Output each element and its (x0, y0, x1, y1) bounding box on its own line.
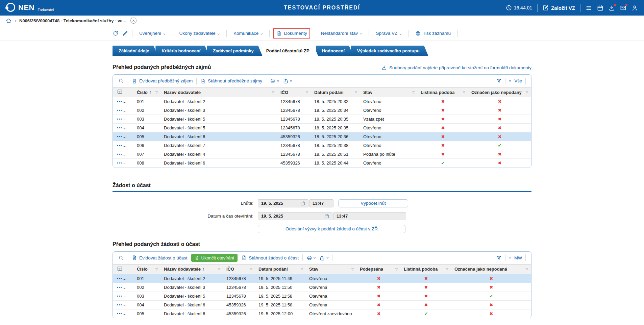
opening-date-field[interactable]: 19. 5. 2025 (258, 212, 332, 220)
edit-icon[interactable] (122, 30, 128, 36)
table-settings-icon[interactable] (113, 264, 134, 274)
files-download-link[interactable]: Soubory podání najdete připravené ke sta… (381, 65, 531, 70)
messages-icon[interactable] (620, 5, 626, 11)
tab-kriteria-hodnoceni[interactable]: Kritéria hodnocení (155, 46, 209, 56)
export-menu-button[interactable]: ▽ (283, 78, 292, 84)
column-filter-icon[interactable]: ▽ (272, 91, 274, 94)
vypocet-lhut-button[interactable]: Výpočet lhůt (338, 199, 408, 207)
menu-item-uverejneni[interactable]: Uveřejnění▽ (136, 28, 168, 38)
column-filter-icon[interactable]: ▽ (351, 268, 354, 271)
user-icon[interactable] (631, 5, 638, 11)
close-record-icon[interactable]: ✕ (130, 18, 137, 24)
table-row[interactable]: •••i002Dodavatel - školení 31234567819. … (113, 283, 531, 292)
column-header-podepsana[interactable]: Podepsána▽ (357, 264, 401, 274)
column-header-oznacena-jako-nepodana[interactable]: Označena jako nepodaná▽ (451, 264, 531, 274)
calendar-icon[interactable] (300, 201, 305, 206)
tab-vysledek-zadavaciho-postupu[interactable]: Výsledek zadávacího postupu (351, 46, 428, 56)
table-row[interactable]: •••i006Dodavatel - školení 71234567818. … (113, 141, 531, 150)
tab-hodnoceni[interactable]: Hodnocení (316, 46, 353, 56)
row-actions-icon[interactable]: ••• (117, 160, 127, 165)
print-menu-button[interactable]: ▽ (306, 255, 316, 261)
table-row[interactable]: •••i004Dodavatel - školení 64535932619. … (113, 300, 531, 309)
row-actions-icon[interactable]: ••• (117, 151, 127, 156)
table-row[interactable]: •••i008Dodavatel - školení 64535932618. … (113, 159, 531, 168)
table-row[interactable]: •••i004Dodavatel - školení 51234567818. … (113, 124, 531, 132)
row-actions-icon[interactable]: ••• (117, 311, 127, 316)
stahnout-zadosti-button[interactable]: Stáhnout žádosti o účast (241, 255, 299, 260)
column-filter-icon[interactable]: ▽ (412, 91, 415, 94)
export-menu-button[interactable]: ▽ (319, 255, 328, 261)
column-filter-icon[interactable]: ▽ (526, 268, 528, 271)
row-actions-icon[interactable]: ••• (117, 107, 127, 112)
print-menu-button[interactable]: ▽ (270, 78, 279, 84)
menu-item-komunikace[interactable]: Komunikace▽ (230, 28, 266, 38)
column-filter-icon[interactable]: ▽ (355, 91, 357, 94)
lhuta-time-field[interactable]: 13:47 (309, 199, 333, 207)
calendar-icon[interactable] (597, 5, 603, 11)
tab-zakladni-udaje[interactable]: Základní údaje (113, 46, 158, 56)
row-actions-icon[interactable]: ••• (117, 302, 127, 307)
column-header-listinna-podoba[interactable]: Listinná podoba▽ (418, 88, 468, 97)
row-actions-icon[interactable]: ••• (117, 116, 127, 121)
record-breadcrumb[interactable]: N006/25/V00004748 - Telekomunikační služ… (19, 18, 126, 23)
view-selector[interactable]: Vše (515, 78, 522, 83)
opening-time-field[interactable]: 13:47 (333, 212, 406, 220)
stahnout-predbezne-zajmy-button[interactable]: Stáhnout předběžné zájmy (200, 78, 262, 84)
column-header-datum-podani[interactable]: Datum podání▽ (255, 264, 306, 274)
column-header-datum-podani[interactable]: Datum podání▽ (311, 88, 360, 97)
menu-icon[interactable] (586, 5, 592, 11)
refresh-icon[interactable] (113, 30, 119, 36)
row-actions-icon[interactable]: ••• (117, 276, 127, 281)
calendar-icon[interactable] (324, 214, 329, 219)
view-selector[interactable]: MW (514, 255, 522, 260)
view-dropdown-icon[interactable]: ▽ (509, 256, 511, 259)
filter-icon[interactable] (496, 255, 502, 261)
odeslani-vyzvy-button[interactable]: Odeslání výzvy k podání žádosti o účast … (258, 225, 405, 233)
table-row[interactable]: •••i005Dodavatel - školení 64535932619. … (113, 309, 531, 318)
column-filter-icon[interactable]: ▽ (218, 268, 220, 271)
row-actions-icon[interactable]: ••• (117, 125, 127, 130)
view-dropdown-icon[interactable]: ▽ (509, 80, 511, 83)
column-filter-icon[interactable]: ▽ (446, 268, 448, 271)
column-header-stav[interactable]: Stav▽ (306, 264, 357, 274)
table-row[interactable]: •••i003Dodavatel - školení 51234567818. … (113, 115, 531, 124)
column-filter-icon[interactable]: ▽ (463, 91, 465, 94)
menu-item-sprava-vz[interactable]: Správa VZ▽ (373, 28, 404, 38)
lhuta-date-field[interactable]: 19. 5. 2025 (258, 199, 308, 207)
column-header-listinna-podoba[interactable]: Listinná podoba▽ (401, 264, 451, 274)
row-actions-icon[interactable]: ••• (117, 99, 127, 104)
column-filter-icon[interactable]: ▽ (250, 268, 252, 271)
column-header-stav[interactable]: Stav▽ (360, 88, 418, 97)
row-actions-icon[interactable]: ••• (117, 134, 127, 139)
table-row[interactable]: •••i001Dodavatel - školení 21234567819. … (113, 274, 531, 283)
home-icon[interactable] (6, 18, 11, 24)
search-icon[interactable] (118, 255, 124, 261)
tab-zadavaci-podminky[interactable]: Zadávací podmínky (207, 46, 263, 56)
table-row[interactable]: •••i003Dodavatel - školení 51234567819. … (113, 292, 531, 300)
menu-item-nestandardni-stav[interactable]: Nestandardní stav▽ (318, 28, 365, 38)
tab-podani-ucastniku-zp[interactable]: Podání účastníků ZP (260, 46, 318, 56)
column-header-ico[interactable]: IČO▽ (223, 264, 255, 274)
column-filter-icon[interactable]: ▽ (395, 268, 398, 271)
column-filter-icon[interactable]: ▽ (306, 91, 308, 94)
column-header-oznacen-jako-nepodany[interactable]: Označen jako nepodaný▽ (468, 88, 531, 97)
table-row[interactable]: •••i001Dodavatel - školení 21234567818. … (113, 97, 531, 106)
filter-icon[interactable] (496, 78, 502, 84)
column-filter-icon[interactable]: ▽ (301, 268, 303, 271)
table-row[interactable]: •••i002Dodavatel - školení 31234567818. … (113, 106, 531, 115)
column-filter-icon[interactable]: ▽ (155, 91, 158, 94)
menu-item-ukony-zadavatele[interactable]: Úkony zadavatele▽ (176, 28, 222, 38)
nen-logo-icon[interactable] (6, 3, 15, 13)
column-header-nazev-dodavatele[interactable]: Název dodavatele↑▽ (161, 264, 223, 274)
menu-item-dokumenty[interactable]: Dokumenty (273, 28, 310, 39)
downloads-icon[interactable] (609, 5, 615, 11)
column-header-cislo[interactable]: Číslo↑▽ (134, 88, 161, 97)
ukoncit-oteviranie-button[interactable]: Ukončit otevírání (191, 254, 238, 262)
table-row[interactable]: •••i005Dodavatel - školení 64535932618. … (113, 132, 531, 141)
table-settings-icon[interactable] (113, 88, 134, 97)
evidovat-predbezny-zajem-button[interactable]: Evidovat předběžný zájem (132, 78, 193, 84)
row-actions-icon[interactable]: ••• (117, 284, 127, 290)
row-actions-icon[interactable]: ••• (117, 293, 127, 298)
search-icon[interactable] (118, 78, 124, 84)
column-header-nazev-dodavatele[interactable]: Název dodavatele▽ (161, 88, 277, 97)
